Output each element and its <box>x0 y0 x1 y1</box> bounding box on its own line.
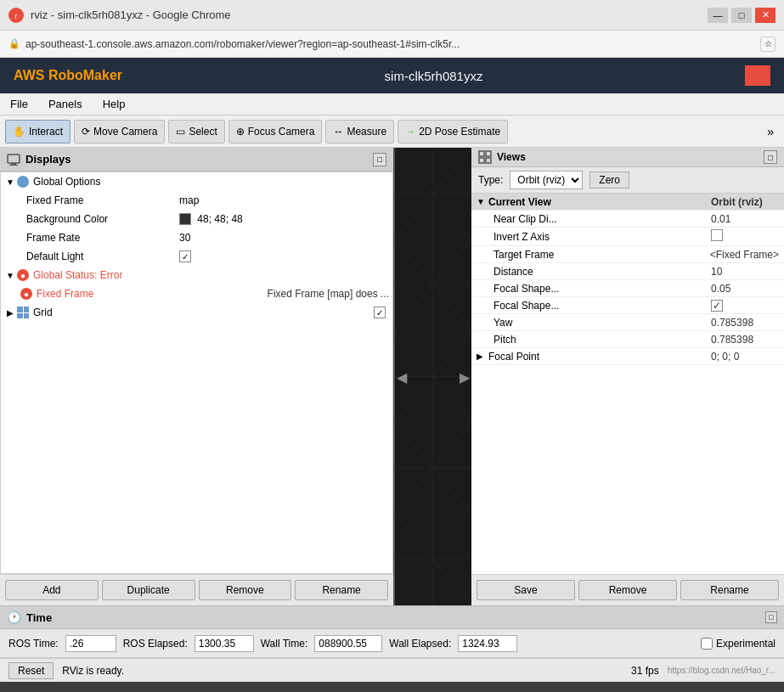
focal-shape1-label: Focal Shape... <box>494 283 711 295</box>
interact-button[interactable]: ✋ Interact <box>5 120 71 143</box>
fixed-frame-row[interactable]: Fixed Frame map <box>1 191 392 210</box>
ros-time-input[interactable] <box>65 635 116 652</box>
move-camera-button[interactable]: ⟳ Move Camera <box>74 120 165 143</box>
time-panel-close-button[interactable]: □ <box>765 611 777 623</box>
views-type-row: Type: Orbit (rviz) Zero <box>471 167 784 194</box>
displays-close-button[interactable]: □ <box>373 153 386 166</box>
header-right-widget <box>745 65 770 86</box>
reset-button[interactable]: Reset <box>8 662 54 679</box>
focal-point-row[interactable]: ▶ Focal Point 0; 0; 0 <box>471 348 784 365</box>
remove-button[interactable]: Remove <box>199 580 292 600</box>
menu-panels[interactable]: Panels <box>45 96 86 112</box>
focal-shape2-value: ✓ <box>711 300 779 312</box>
frame-rate-row[interactable]: Frame Rate 30 <box>1 228 392 247</box>
minimize-button[interactable]: — <box>708 8 728 23</box>
wall-elapsed-input[interactable] <box>458 635 517 652</box>
svg-text:r: r <box>15 12 18 20</box>
global-options-row[interactable]: ▼ Global Options <box>1 172 392 191</box>
type-select[interactable]: Orbit (rviz) <box>510 171 583 189</box>
color-swatch <box>179 213 191 225</box>
rename-button[interactable]: Rename <box>295 580 388 600</box>
target-frame-row[interactable]: Target Frame <Fixed Frame> <box>471 246 784 263</box>
focal-shape1-row[interactable]: Focal Shape... 0.05 <box>471 280 784 297</box>
global-status-arrow[interactable]: ▼ <box>4 269 16 281</box>
global-status-label: Global Status: Error <box>33 269 389 281</box>
focal-point-value: 0; 0; 0 <box>711 351 779 363</box>
near-clip-label: Near Clip Di... <box>494 213 711 225</box>
fixed-frame-error-row[interactable]: ● Fixed Frame Fixed Frame [map] does ... <box>1 284 392 303</box>
views-header: Views □ <box>471 148 784 167</box>
grid-row[interactable]: ▶ Grid ✓ <box>1 303 392 322</box>
default-light-row[interactable]: Default Light ✓ <box>1 247 392 266</box>
grid-arrow[interactable]: ▶ <box>4 307 16 318</box>
menu-help[interactable]: Help <box>99 96 129 112</box>
background-color-row[interactable]: Background Color 48; 48; 48 <box>1 210 392 228</box>
focal-point-arrow[interactable]: ▶ <box>477 352 488 361</box>
grid-enabled-checkbox[interactable]: ✓ <box>374 307 386 318</box>
interact-label: Interact <box>29 126 63 138</box>
pose-estimate-button[interactable]: → 2D Pose Estimate <box>398 120 508 143</box>
lock-icon: 🔒 <box>8 38 20 49</box>
viewer-arrow-left[interactable]: ◀ <box>397 369 407 385</box>
svg-rect-21 <box>486 151 491 156</box>
current-view-label: Current View <box>488 196 711 208</box>
background-color-content: Background Color 48; 48; 48 <box>26 213 389 226</box>
experimental-label: Experimental <box>716 638 776 650</box>
3d-viewer[interactable]: ◀ ▶ <box>395 148 471 605</box>
wall-time-input[interactable] <box>314 635 382 652</box>
aws-header: AWS RoboMaker sim-clk5rh081yxz <box>0 58 784 93</box>
distance-row[interactable]: Distance 10 <box>471 263 784 280</box>
global-status-row[interactable]: ▼ ● Global Status: Error <box>1 266 392 284</box>
bookmark-icon[interactable]: ☆ <box>760 37 776 52</box>
grid-checkbox[interactable]: ✓ <box>374 307 386 319</box>
sim-title: sim-clk5rh081yxz <box>385 69 483 83</box>
views-save-button[interactable]: Save <box>477 580 575 600</box>
current-view-header[interactable]: ▼ Current View Orbit (rviz) <box>471 194 784 211</box>
invert-z-checkbox[interactable] <box>711 229 723 241</box>
ros-elapsed-label: ROS Elapsed: <box>123 638 188 650</box>
viewer-canvas[interactable]: ◀ ▶ <box>395 148 471 605</box>
current-view-arrow[interactable]: ▼ <box>477 197 488 206</box>
toolbar-more-button[interactable]: » <box>762 123 779 140</box>
measure-button[interactable]: ↔ Measure <box>325 120 394 143</box>
global-options-arrow[interactable]: ▼ <box>4 176 16 188</box>
zero-button[interactable]: Zero <box>589 172 629 188</box>
near-clip-row[interactable]: Near Clip Di... 0.01 <box>471 211 784 228</box>
duplicate-button[interactable]: Duplicate <box>102 580 195 600</box>
measure-icon: ↔ <box>333 126 343 138</box>
experimental-container: Experimental <box>701 638 776 650</box>
displays-panel: Displays □ ▼ Global Options Fixed Frame … <box>0 148 395 605</box>
status-bar: Reset RViz is ready. 31 fps https://blog… <box>0 658 784 682</box>
menu-bar: File Panels Help <box>0 93 784 115</box>
yaw-row[interactable]: Yaw 0.785398 <box>471 314 784 331</box>
viewer-arrow-right[interactable]: ▶ <box>460 369 470 385</box>
add-button[interactable]: Add <box>5 580 99 600</box>
default-light-checkbox[interactable]: ✓ <box>179 250 191 262</box>
near-clip-value: 0.01 <box>711 213 779 225</box>
error-small-icon: ● <box>20 288 32 300</box>
main-content: Displays □ ▼ Global Options Fixed Frame … <box>0 148 784 605</box>
views-rename-button[interactable]: Rename <box>680 580 779 600</box>
status-text: RViz is ready. <box>62 665 124 677</box>
fixed-frame-label: Fixed Frame <box>26 194 179 206</box>
views-remove-button[interactable]: Remove <box>578 580 677 600</box>
focal-shape2-row[interactable]: Focal Shape... ✓ <box>471 297 784 314</box>
ros-elapsed-input[interactable] <box>195 635 254 652</box>
menu-file[interactable]: File <box>7 96 31 112</box>
window-controls[interactable]: — □ ✕ <box>708 8 776 23</box>
svg-rect-4 <box>9 165 18 166</box>
focal-shape2-checkbox[interactable]: ✓ <box>711 300 723 312</box>
pitch-row[interactable]: Pitch 0.785398 <box>471 331 784 348</box>
maximize-button[interactable]: □ <box>731 8 752 23</box>
fixed-frame-content: Fixed Frame map <box>26 194 389 206</box>
pitch-value: 0.785398 <box>711 334 779 346</box>
close-button[interactable]: ✕ <box>755 8 776 23</box>
focus-camera-button[interactable]: ⊕ Focus Camera <box>228 120 323 143</box>
current-view-type: Orbit (rviz) <box>711 196 779 208</box>
views-close-button[interactable]: □ <box>764 150 777 164</box>
experimental-checkbox[interactable] <box>701 638 713 650</box>
select-label: Select <box>189 126 217 138</box>
invert-z-row[interactable]: Invert Z Axis <box>471 228 784 246</box>
select-button[interactable]: ▭ Select <box>168 120 224 143</box>
ros-time-label: ROS Time: <box>8 638 59 650</box>
